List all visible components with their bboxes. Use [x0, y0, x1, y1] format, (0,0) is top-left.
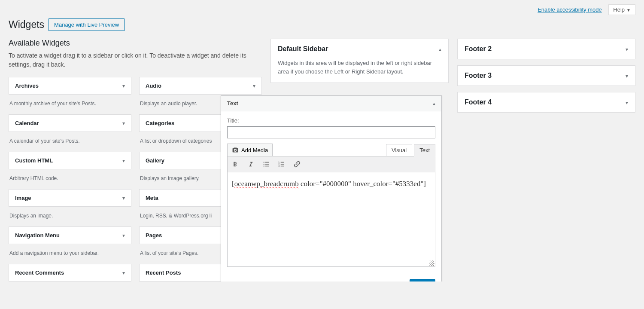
help-label: Help: [613, 6, 625, 13]
svg-text:3: 3: [279, 165, 280, 167]
widget-label: Recent Posts: [146, 269, 181, 276]
chevron-down-icon: ▼: [626, 8, 631, 12]
widget-recent-comments[interactable]: Recent Comments: [9, 264, 131, 281]
widget-title-input[interactable]: [227, 126, 435, 138]
bullet-list-button[interactable]: [261, 158, 271, 170]
tab-text[interactable]: Text: [414, 144, 435, 156]
widget-label: Custom HTML: [15, 157, 53, 164]
widget-archives[interactable]: Archives: [9, 77, 131, 95]
tab-visual[interactable]: Visual: [386, 144, 412, 156]
widget-desc: A calendar of your site's Posts.: [9, 132, 131, 152]
chevron-down-icon: [626, 46, 628, 52]
widget-audio[interactable]: Audio: [139, 77, 262, 95]
save-button[interactable]: Save: [410, 279, 435, 281]
svg-rect-11: [281, 166, 284, 167]
chevron-down-icon: [122, 120, 125, 126]
widget-desc: Displays an image.: [9, 207, 131, 226]
bold-button[interactable]: [230, 158, 240, 170]
widget-label: Categories: [146, 120, 174, 126]
svg-point-0: [264, 162, 264, 162]
widget-navigation-menu[interactable]: Navigation Menu: [9, 226, 131, 244]
widget-image[interactable]: Image: [9, 189, 131, 207]
svg-rect-9: [281, 162, 284, 163]
svg-rect-3: [265, 162, 269, 163]
widget-desc: Arbitrary HTML code.: [9, 169, 131, 189]
chevron-down-icon: [626, 73, 628, 79]
widget-label: Navigation Menu: [15, 232, 60, 239]
editor-toolbar: 123: [227, 156, 435, 172]
chevron-down-icon: [253, 83, 255, 89]
widget-label: Gallery: [146, 157, 164, 164]
sidebar-footer-3[interactable]: Footer 3: [457, 65, 635, 86]
sidebar-footer-2[interactable]: Footer 2: [457, 39, 635, 59]
default-sidebar-box: Default Sidebar Widgets in this area wil…: [270, 39, 449, 83]
chevron-up-icon: [433, 100, 435, 107]
text-widget-name: Text: [227, 100, 238, 107]
svg-rect-4: [265, 164, 269, 165]
add-media-button[interactable]: Add Media: [227, 144, 273, 156]
footer-label: Footer 3: [465, 72, 492, 80]
widget-custom-html[interactable]: Custom HTML: [9, 152, 131, 169]
page-title: Widgets: [9, 19, 44, 31]
chevron-down-icon: [122, 232, 125, 239]
chevron-down-icon: [122, 269, 125, 276]
add-media-label: Add Media: [241, 147, 268, 153]
footer-label: Footer 2: [465, 45, 492, 53]
italic-button[interactable]: [246, 158, 256, 170]
widget-label: Calendar: [15, 120, 39, 126]
title-label: Title:: [227, 117, 435, 124]
svg-point-1: [264, 164, 264, 165]
enable-accessibility-link[interactable]: Enable accessibility mode: [538, 6, 602, 13]
default-sidebar-header[interactable]: Default Sidebar: [271, 39, 448, 59]
svg-point-2: [264, 165, 264, 166]
manage-live-preview-button[interactable]: Manage with Live Preview: [49, 18, 125, 31]
default-sidebar-desc: Widgets in this area will be displayed i…: [271, 59, 448, 83]
widget-label: Recent Comments: [15, 269, 64, 276]
link-button[interactable]: [292, 158, 302, 170]
numbered-list-button[interactable]: 123: [276, 158, 287, 170]
chevron-down-icon: [122, 83, 125, 89]
text-widget-header[interactable]: Text: [221, 96, 441, 111]
chevron-down-icon: [122, 157, 125, 164]
widget-label: Archives: [15, 83, 39, 89]
editor-content-area[interactable]: [oceanwp_breadcrumb color="#000000" hove…: [227, 172, 435, 267]
widget-desc: A monthly archive of your site's Posts.: [9, 95, 131, 114]
widget-label: Meta: [146, 195, 158, 201]
svg-rect-10: [281, 164, 284, 165]
chevron-down-icon: [122, 195, 125, 201]
widget-label: Image: [15, 195, 31, 201]
sidebar-footer-4[interactable]: Footer 4: [457, 92, 635, 113]
camera-icon: [232, 147, 239, 153]
chevron-up-icon: [439, 46, 441, 52]
text-widget-editor: Text Title: Add Media Visual Text: [221, 95, 442, 281]
chevron-down-icon: [626, 99, 628, 106]
svg-rect-5: [265, 166, 269, 167]
widget-calendar[interactable]: Calendar: [9, 114, 131, 132]
widget-label: Audio: [146, 83, 161, 89]
widget-desc: Add a navigation menu to your sidebar.: [9, 244, 131, 264]
widget-label: Pages: [146, 232, 162, 239]
help-button[interactable]: Help▼: [608, 4, 635, 15]
resize-handle[interactable]: [429, 260, 434, 266]
default-sidebar-title: Default Sidebar: [278, 45, 328, 53]
available-widgets-title: Available Widgets: [9, 39, 262, 48]
available-widgets-desc: To activate a widget drag it to a sideba…: [9, 51, 262, 69]
footer-label: Footer 4: [465, 98, 492, 106]
